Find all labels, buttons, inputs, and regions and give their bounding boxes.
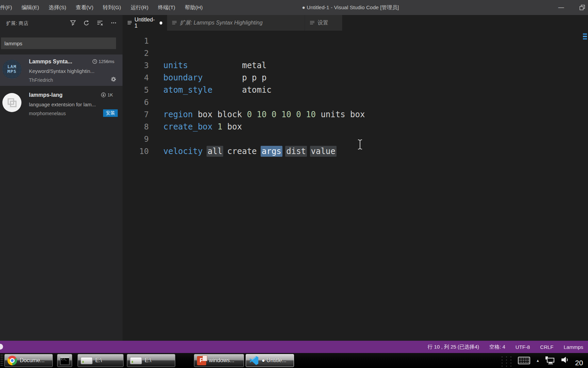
- extension-search-input[interactable]: [1, 37, 116, 49]
- menu-item-6[interactable]: 运行(R): [126, 0, 153, 15]
- snippet-active-placeholder: args: [261, 146, 282, 157]
- network-tray-icon[interactable]: [545, 356, 555, 365]
- tab-extension-lammps-syntax-highlighting[interactable]: 扩展: Lammps Syntax Highlighting: [167, 15, 305, 31]
- minimize-button[interactable]: —: [553, 0, 569, 15]
- code-token: box: [222, 122, 242, 132]
- taskbar-button-powerpoint[interactable]: Pwindows...: [194, 354, 244, 367]
- line-content: create_box 1 box: [163, 121, 242, 133]
- logo-text: MPS: [7, 69, 16, 74]
- taskbar-button-explorer-e2[interactable]: E:\: [127, 354, 175, 367]
- menu-item-2[interactable]: 编辑(E): [17, 0, 44, 15]
- code-line-7: 7region box block 0 10 0 10 0 10 units b…: [122, 108, 588, 121]
- install-button[interactable]: 安装: [103, 109, 118, 117]
- clear-extension-search-icon[interactable]: [97, 19, 103, 26]
- extension-load-time-badge: 1256ms: [92, 59, 114, 64]
- extension-author: ThFriedrich: [29, 77, 53, 83]
- vscode-icon: [249, 355, 259, 366]
- code-token: 0 10 0 10 0 10: [247, 110, 316, 119]
- code-token: atom_style: [163, 85, 213, 95]
- code-token: region: [163, 110, 193, 119]
- menu-item-4[interactable]: 查看(V): [71, 0, 98, 15]
- code-line-10: 10velocity all create args dist value: [122, 145, 588, 157]
- extension-list-item-lammps-lang[interactable]: lammps-lang 1K language extentsion for l…: [0, 88, 122, 119]
- tab-label: Untitled-1: [134, 17, 155, 29]
- taskbar-grip: [0, 354, 3, 367]
- code-line-1: 1: [122, 35, 588, 47]
- taskbar-button-label: E:\: [95, 357, 102, 364]
- sidebar-title: 扩展: 商店: [6, 20, 29, 27]
- line-content: region box block 0 10 0 10 0 10 units bo…: [163, 108, 365, 121]
- code-token: atomic: [213, 85, 272, 95]
- taskbar-button-label: E:\: [145, 357, 151, 364]
- taskbar-button-label: windows...: [209, 357, 234, 364]
- drive-icon: [130, 357, 142, 364]
- code-token: create_box: [163, 122, 213, 132]
- taskbar-button-cmd[interactable]: C:\_: [57, 354, 72, 367]
- extension-list-item-lammps-syntax[interactable]: LAM MPS Lammps Synta... 1256ms Keyword/S…: [0, 55, 122, 86]
- editor-region: Untitled-1 扩展: Lammps Syntax Highlightin…: [122, 15, 588, 341]
- code-token: box block: [193, 110, 247, 119]
- menu-item-7[interactable]: 终端(T): [153, 0, 180, 15]
- line-number: 3: [122, 59, 149, 72]
- code-token: units box: [316, 110, 365, 119]
- restore-button[interactable]: [574, 0, 588, 15]
- taskbar-button-chrome[interactable]: Docume...: [4, 354, 53, 367]
- extension-description: language extentsion for lam...: [29, 102, 96, 107]
- filter-icon[interactable]: [69, 19, 76, 26]
- code-line-3: 3units metal: [122, 59, 588, 72]
- code-token: boundary: [163, 73, 203, 82]
- status-remote-icon[interactable]: [0, 344, 3, 350]
- taskbar-button-vscode[interactable]: ● Untitle...: [246, 354, 294, 367]
- window-title: ● Untitled-1 - Visual Studio Code [管理员]: [279, 0, 422, 15]
- line-number: 4: [122, 72, 149, 84]
- code-line-6: 6: [122, 96, 588, 108]
- line-number: 1: [122, 35, 149, 47]
- tab-settings[interactable]: 设置: [305, 15, 342, 31]
- taskbar-clock[interactable]: 20: [575, 359, 587, 367]
- code-token: p p p: [203, 73, 267, 82]
- speaker-tray-icon[interactable]: [561, 356, 569, 365]
- eol-indicator[interactable]: CRLF: [540, 344, 553, 350]
- more-actions-icon[interactable]: [110, 19, 117, 26]
- code-line-8: 8create_box 1 box: [122, 121, 588, 133]
- snippet-placeholder: all: [207, 146, 223, 157]
- line-number: 2: [122, 47, 149, 59]
- code-line-5: 5atom_style atomic: [122, 84, 588, 96]
- line-number: 8: [122, 121, 149, 133]
- command-prompt-icon: C:\_: [60, 356, 69, 365]
- lammps-lang-extension-logo: [2, 93, 21, 112]
- line-content: units metal: [163, 59, 266, 72]
- load-time-value: 1256ms: [99, 59, 114, 64]
- taskbar-button-explorer-e1[interactable]: E:\: [78, 354, 124, 367]
- extensions-sidebar: 扩展: 商店 LAM MPS Lammps Synta... 1256ms: [0, 15, 122, 341]
- tab-untitled-1[interactable]: Untitled-1: [122, 15, 167, 31]
- code-area[interactable]: 123units metal4boundary p p p5atom_style…: [122, 31, 588, 341]
- logo-text: LAM: [7, 64, 16, 69]
- menu-item-8[interactable]: 帮助(H): [180, 0, 208, 15]
- chrome-icon: [7, 356, 17, 365]
- line-number: 5: [122, 84, 149, 96]
- status-bar: 行 10 , 列 25 (已选择4)空格: 4UTF-8CRLFLammps: [0, 341, 588, 353]
- menu-item-1[interactable]: 件(F): [0, 0, 17, 15]
- refresh-icon[interactable]: [83, 19, 90, 26]
- keyboard-tray-icon[interactable]: [518, 357, 530, 364]
- menu-item-5[interactable]: 转到(G): [98, 0, 126, 15]
- cursor-position-indicator[interactable]: 行 10 , 列 25 (已选择4): [427, 344, 479, 350]
- restore-icon: [579, 5, 585, 10]
- gear-icon[interactable]: [111, 76, 116, 83]
- language-mode-indicator[interactable]: Lammps: [564, 344, 583, 350]
- tab-label: 设置: [317, 19, 328, 27]
- code-token: create: [222, 147, 262, 156]
- line-number: 9: [122, 133, 149, 145]
- taskbar-button-label: ● Untitle...: [262, 357, 287, 364]
- encoding-indicator[interactable]: UTF-8: [516, 344, 530, 350]
- unsaved-changes-dot[interactable]: [160, 21, 162, 25]
- code-token: metal: [188, 61, 266, 70]
- windows-taskbar: Docume...C:\_E:\E:\Pwindows...● Untitle.…: [0, 353, 588, 368]
- show-hidden-icons-arrow[interactable]: ▲: [536, 358, 540, 363]
- menu-item-3[interactable]: 选择(S): [44, 0, 71, 15]
- indentation-indicator[interactable]: 空格: 4: [489, 344, 505, 350]
- drive-icon: [81, 357, 93, 364]
- system-tray: ▲ 20: [499, 353, 588, 368]
- code-line-4: 4boundary p p p: [122, 72, 588, 84]
